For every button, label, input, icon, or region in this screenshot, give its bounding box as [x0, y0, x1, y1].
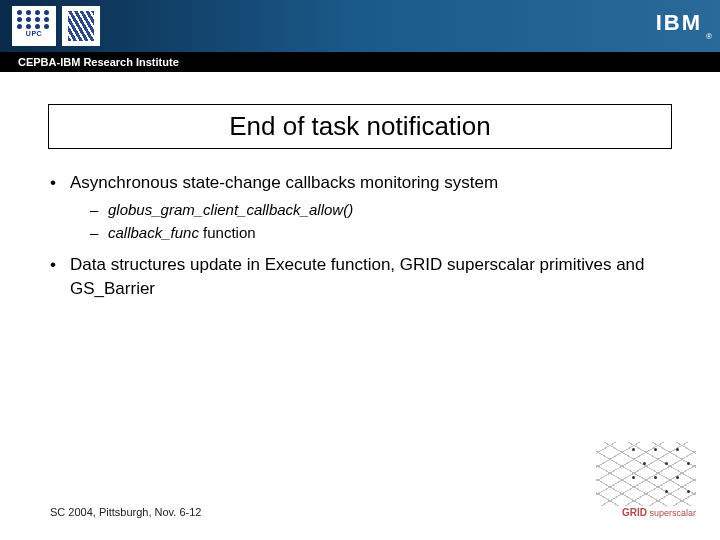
institute-bar: CEPBA-IBM Research Institute	[0, 52, 720, 72]
ibm-registered: ®	[706, 32, 712, 41]
bullet-text: Data structures update in Execute functi…	[70, 253, 670, 301]
sub-bullet-italic: globus_gram_client_callback_allow()	[108, 201, 353, 218]
upc-logo: UPC	[12, 6, 56, 46]
sub-bullet-italic: callback_func	[108, 224, 199, 241]
ibm-logo: IBM	[656, 10, 702, 36]
content-area: • Asynchronous state-change callbacks mo…	[0, 149, 720, 300]
sub-bullet-item: – callback_func function	[90, 222, 670, 243]
dash-mark: –	[90, 199, 108, 220]
bullet-item: • Data structures update in Execute func…	[50, 253, 670, 301]
header-bar: UPC IBM ®	[0, 0, 720, 52]
sub-bullet-rest: function	[199, 224, 256, 241]
dash-mark: –	[90, 222, 108, 243]
upc-text: UPC	[17, 30, 51, 40]
grid-superscalar-logo: GRID superscalar	[596, 442, 696, 526]
bsc-logo	[62, 6, 100, 46]
bullet-mark: •	[50, 253, 70, 301]
slide-title: End of task notification	[48, 104, 672, 149]
bullet-item: • Asynchronous state-change callbacks mo…	[50, 171, 670, 195]
grid-logo-sub: superscalar	[649, 508, 696, 518]
sub-bullet-item: – globus_gram_client_callback_allow()	[90, 199, 670, 220]
grid-logo-word: GRID	[622, 507, 647, 518]
bullet-mark: •	[50, 171, 70, 195]
footer-text: SC 2004, Pittsburgh, Nov. 6-12	[50, 506, 201, 518]
bullet-text: Asynchronous state-change callbacks moni…	[70, 171, 498, 195]
